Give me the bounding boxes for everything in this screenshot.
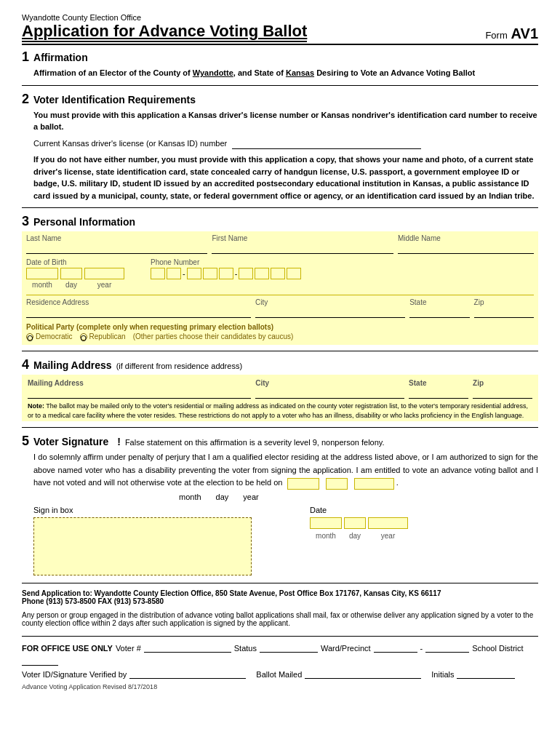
section2: 2 Voter Identification Requirements You … xyxy=(22,92,538,202)
republican-radio[interactable]: O xyxy=(80,333,87,340)
date-month-field[interactable] xyxy=(310,517,342,529)
dob-day-field[interactable] xyxy=(60,268,82,279)
residence-address-field[interactable] xyxy=(26,306,251,318)
first-name-field[interactable] xyxy=(212,242,393,254)
section1-title: Affirmation xyxy=(33,52,88,63)
residence-address-label: Residence Address xyxy=(26,298,251,306)
dob-month-label: month xyxy=(26,281,58,289)
phone-ac1[interactable] xyxy=(151,268,165,279)
distribution-note: Any person or group engaged in the distr… xyxy=(22,608,538,630)
party-other-label: (Other parties choose their candidates b… xyxy=(133,332,294,340)
held-sublabels: month day year xyxy=(33,493,538,501)
mailing-fields: Mailing Address City State Zip Note: xyxy=(22,375,538,421)
middle-name-field[interactable] xyxy=(398,242,534,254)
date-year-label: year xyxy=(368,532,408,540)
party-democratic[interactable]: O Democratic xyxy=(26,332,73,340)
section5: 5 Voter Signature ! False statement on t… xyxy=(22,434,538,577)
party-options: O Democratic O Republican (Other parties… xyxy=(26,332,534,340)
phone-s4[interactable] xyxy=(287,268,301,279)
section1-number: 1 xyxy=(22,49,29,65)
mailing-address-field[interactable] xyxy=(28,387,251,399)
section3-inner-divider xyxy=(26,295,534,295)
zip-col: Zip xyxy=(474,298,534,318)
divider4 xyxy=(22,427,538,428)
dob-year-field[interactable] xyxy=(84,268,124,279)
form-label: Form xyxy=(485,30,507,41)
zip-field[interactable] xyxy=(474,306,534,318)
voter-id-row: Voter ID/Signature Verified by Ballot Ma… xyxy=(22,669,538,679)
page-container: Wyandotte County Election Office Applica… xyxy=(22,13,538,690)
phone-p3[interactable] xyxy=(219,268,233,279)
phone-sep2: - xyxy=(235,269,238,278)
mailing-city-col: City xyxy=(255,379,404,399)
date-day-field[interactable] xyxy=(344,517,366,529)
state-label: State xyxy=(409,298,469,306)
date-day-label: day xyxy=(344,532,366,540)
section1-text: Affirmation of an Elector of the County … xyxy=(22,67,538,79)
ballot-mailed-label: Ballot Mailed xyxy=(256,670,302,679)
section5-header: 5 Voter Signature ! False statement on t… xyxy=(22,434,538,449)
warning-text: False statement on this affirmation is a… xyxy=(125,438,385,447)
mailing-zip-field[interactable] xyxy=(473,387,532,399)
section2-number: 2 xyxy=(22,92,29,107)
democratic-label: Democratic xyxy=(36,332,73,340)
initials-field[interactable] xyxy=(457,669,515,679)
section4-number: 4 xyxy=(22,357,29,372)
id-field-input[interactable] xyxy=(232,139,421,149)
school-district-field[interactable] xyxy=(22,656,58,666)
mailing-city-field[interactable] xyxy=(255,387,404,399)
form-id: AV1 xyxy=(511,25,538,41)
office-use-label: FOR OFFICE USE ONLY xyxy=(22,644,113,653)
phone-s2[interactable] xyxy=(255,268,269,279)
party-republican[interactable]: O Republican xyxy=(80,332,126,340)
main-title: Application for Advance Voting Ballot xyxy=(22,22,307,42)
state-field[interactable] xyxy=(409,306,469,318)
section2-field-row: Current Kansas driver's license (or Kans… xyxy=(33,138,538,150)
first-name-col: First Name xyxy=(212,234,393,254)
mailing-state-label: State xyxy=(409,379,468,387)
residence-address-col: Residence Address xyxy=(26,298,251,318)
dob-month-field[interactable] xyxy=(26,268,58,279)
phone-p2[interactable] xyxy=(203,268,217,279)
verified-field[interactable] xyxy=(129,669,246,679)
held-year-field[interactable] xyxy=(354,478,394,490)
org-name: Wyandotte County Election Office xyxy=(22,13,538,22)
held-month-field[interactable] xyxy=(287,478,319,490)
last-name-label: Last Name xyxy=(26,234,207,242)
date-year-field[interactable] xyxy=(368,517,408,529)
status-label: Status xyxy=(234,644,257,653)
phone-p1[interactable] xyxy=(187,268,201,279)
mailing-address-col: Mailing Address xyxy=(28,379,251,399)
last-name-field[interactable] xyxy=(26,242,207,254)
phone-ac2[interactable] xyxy=(167,268,181,279)
ward-precinct-field1[interactable] xyxy=(374,642,417,653)
phone-s3[interactable] xyxy=(271,268,285,279)
signature-box[interactable] xyxy=(33,517,252,575)
sign-date-row: Sign in box Date month day year xyxy=(33,506,538,577)
city-field[interactable] xyxy=(255,306,405,318)
ward-precinct-field2[interactable] xyxy=(425,642,469,653)
verified-label: Voter ID/Signature Verified by xyxy=(22,670,127,679)
phone-s1[interactable] xyxy=(239,268,253,279)
sign-in-box-label: Sign in box xyxy=(33,506,252,514)
form-id-block: Form AV1 xyxy=(485,25,538,42)
dob-group: Date of Birth month day year xyxy=(26,258,124,289)
warning-icon: ! xyxy=(117,436,121,447)
democratic-radio[interactable]: O xyxy=(26,333,33,340)
section2-header: 2 Voter Identification Requirements xyxy=(22,92,538,107)
mailing-city-label: City xyxy=(255,379,404,387)
dob-label: Date of Birth xyxy=(26,258,124,266)
phone-label: Phone Number xyxy=(151,258,301,266)
middle-name-col: Middle Name xyxy=(398,234,534,254)
phone-fields: - - xyxy=(151,268,301,279)
status-field[interactable] xyxy=(260,642,318,653)
ballot-mailed-field[interactable] xyxy=(305,669,421,679)
office-use-section: FOR OFFICE USE ONLY Voter # Status Ward/… xyxy=(22,642,538,679)
first-name-label: First Name xyxy=(212,234,393,242)
section3-header: 3 Personal Information xyxy=(22,214,538,229)
mailing-state-field[interactable] xyxy=(409,387,468,399)
voter-num-field[interactable] xyxy=(144,642,231,653)
held-day-field[interactable] xyxy=(326,478,348,490)
ward-precinct-dash: - xyxy=(420,644,423,653)
phone-sep1: - xyxy=(183,269,185,278)
